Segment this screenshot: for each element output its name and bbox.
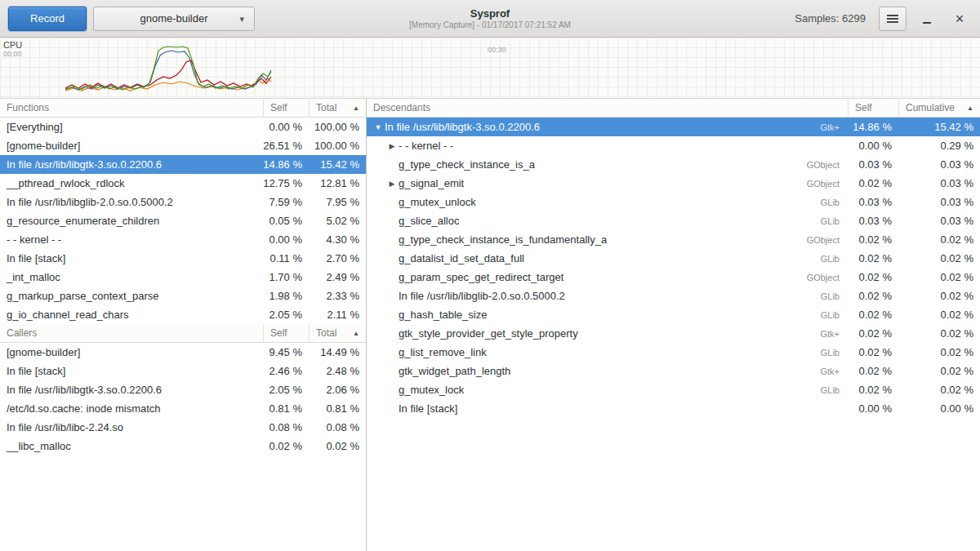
cell-self: 0.02 %: [848, 290, 898, 302]
expander-collapsed-icon[interactable]: ▶: [385, 142, 399, 150]
table-row[interactable]: g_resource_enumerate_children0.05 %5.02 …: [0, 211, 366, 230]
cpu-label: CPU: [3, 40, 22, 50]
expander-expanded-icon[interactable]: ▼: [372, 123, 385, 131]
cell-function-name: In file /usr/lib/libglib-2.0.so.0.5000.2: [0, 196, 263, 208]
column-header-total[interactable]: Total ▲: [309, 324, 366, 342]
table-row[interactable]: g_datalist_id_set_data_fullGLib0.02 %0.0…: [367, 249, 980, 268]
cell-self: 0.11 %: [263, 252, 309, 264]
table-row[interactable]: g_type_check_instance_is_aGObject0.03 %0…: [367, 155, 980, 174]
cell-descendant-name: gtk_style_provider_get_style_propertyGtk…: [367, 327, 848, 340]
cell-self: 0.03 %: [848, 215, 898, 227]
table-row[interactable]: In file [stack]0.00 %0.00 %: [367, 399, 980, 418]
column-header-self[interactable]: Self: [263, 324, 309, 342]
table-row[interactable]: In file [stack]0.11 %2.70 %: [0, 249, 366, 268]
table-row[interactable]: g_markup_parse_context_parse1.98 %2.33 %: [0, 287, 366, 305]
callers-rows: [gnome-builder]9.45 %14.49 %In file [sta…: [0, 343, 366, 455]
table-row[interactable]: g_mutex_unlockGLib0.03 %0.03 %: [367, 193, 980, 211]
cell-total: 2.11 %: [309, 309, 366, 321]
table-row[interactable]: In file [stack]2.46 %2.48 %: [0, 362, 366, 380]
cell-cumulative: 0.02 %: [898, 346, 980, 358]
cell-descendant-name: ▶g_signal_emitGObject: [367, 177, 848, 189]
record-button[interactable]: Record: [8, 7, 87, 31]
column-header-callers[interactable]: Callers: [0, 324, 263, 342]
column-header-descendants[interactable]: Descendants: [367, 99, 848, 117]
process-selector-dropdown[interactable]: gnome-builder ▾: [93, 7, 255, 31]
main-split: Functions Self Total ▲ [Everything]0.00 …: [0, 99, 980, 551]
column-header-total-label: Total: [316, 327, 336, 339]
close-button[interactable]: ×: [947, 7, 972, 31]
category-label: GLib: [809, 310, 840, 320]
cell-self: 0.05 %: [263, 215, 309, 227]
cell-cumulative: 0.03 %: [898, 215, 980, 227]
table-row[interactable]: In file /usr/lib/libgtk-3.so.0.2200.62.0…: [0, 380, 366, 399]
column-header-self[interactable]: Self: [848, 99, 898, 117]
cell-cumulative: 0.03 %: [898, 196, 980, 208]
time-label-mid: 00:30: [488, 46, 506, 54]
table-row[interactable]: - - kernel - -0.00 %4.30 %: [0, 230, 366, 249]
table-row[interactable]: In file /usr/lib/libc-2.24.so0.08 %0.08 …: [0, 418, 366, 437]
category-label: GLib: [809, 198, 840, 207]
column-header-total[interactable]: Total ▲: [309, 99, 366, 117]
table-row[interactable]: ▼In file /usr/lib/libgtk-3.so.0.2200.6Gt…: [367, 118, 980, 136]
cell-function-name: [Everything]: [0, 121, 263, 133]
table-row[interactable]: g_list_remove_linkGLib0.02 %0.02 %: [367, 343, 980, 362]
table-row[interactable]: [gnome-builder]26.51 %100.00 %: [0, 136, 366, 155]
function-name-label: g_type_check_instance_is_fundamentally_a: [399, 233, 607, 246]
menu-button[interactable]: [879, 7, 906, 31]
cell-self: 14.86 %: [263, 158, 309, 171]
table-row[interactable]: g_io_channel_read_chars2.05 %2.11 %: [0, 305, 366, 324]
cell-self: 0.02 %: [848, 327, 898, 340]
table-row[interactable]: gtk_style_provider_get_style_propertyGtk…: [367, 324, 980, 343]
table-row[interactable]: In file /usr/lib/libgtk-3.so.0.2200.614.…: [0, 155, 366, 174]
function-name-label: In file /usr/lib/libglib-2.0.so.0.5000.2: [399, 290, 565, 302]
table-row[interactable]: ▶- - kernel - -0.00 %0.29 %: [367, 136, 980, 155]
table-row[interactable]: gtk_widget_path_lengthGtk+0.02 %0.02 %: [367, 362, 980, 380]
table-row[interactable]: __pthread_rwlock_rdlock12.75 %12.81 %: [0, 174, 366, 193]
category-label: GLib: [809, 254, 840, 264]
cell-total: 2.48 %: [309, 365, 366, 377]
cell-function-name: In file /usr/lib/libgtk-3.so.0.2200.6: [0, 384, 263, 396]
function-name-label: In file [stack]: [399, 402, 457, 415]
cell-self: 0.00 %: [263, 233, 309, 246]
cell-function-name: __pthread_rwlock_rdlock: [0, 177, 263, 189]
cell-self: 2.46 %: [263, 365, 309, 377]
menu-icon: [887, 18, 898, 20]
column-header-cumulative-label: Cumulative: [906, 102, 955, 113]
table-row[interactable]: _int_malloc1.70 %2.49 %: [0, 268, 366, 287]
cell-descendant-name: g_hash_table_sizeGLib: [367, 309, 848, 321]
table-row[interactable]: /etc/ld.so.cache: inode mismatch0.81 %0.…: [0, 399, 366, 418]
expander-collapsed-icon[interactable]: ▶: [385, 180, 399, 188]
cell-descendant-name: In file /usr/lib/libglib-2.0.so.0.5000.2…: [367, 290, 848, 302]
cpu-graph[interactable]: CPU 00:00 00:30: [0, 38, 980, 99]
cell-descendant-name: In file [stack]: [367, 402, 848, 415]
column-header-self[interactable]: Self: [263, 99, 309, 117]
cpu-series-red: [65, 60, 271, 88]
functions-rows: [Everything]0.00 %100.00 %[gnome-builder…: [0, 118, 366, 324]
table-row[interactable]: g_slice_allocGLib0.03 %0.03 %: [367, 211, 980, 230]
minimize-button[interactable]: [915, 7, 939, 31]
table-row[interactable]: ▶g_signal_emitGObject0.02 %0.03 %: [367, 174, 980, 193]
column-header-cumulative[interactable]: Cumulative ▲: [898, 99, 980, 117]
table-row[interactable]: g_type_check_instance_is_fundamentally_a…: [367, 230, 980, 249]
cell-self: 0.02 %: [848, 309, 898, 321]
cell-self: 9.45 %: [263, 346, 309, 358]
table-row[interactable]: __libc_malloc0.02 %0.02 %: [0, 437, 366, 455]
table-row[interactable]: [gnome-builder]9.45 %14.49 %: [0, 343, 366, 362]
cell-descendant-name: g_type_check_instance_is_fundamentally_a…: [367, 233, 848, 246]
table-row[interactable]: g_hash_table_sizeGLib0.02 %0.02 %: [367, 305, 980, 324]
cell-total: 100.00 %: [309, 140, 366, 152]
header-right-cluster: Samples: 6299 ×: [795, 7, 972, 31]
function-name-label: gtk_widget_path_length: [399, 365, 510, 377]
cell-function-name: g_io_channel_read_chars: [0, 309, 263, 321]
table-row[interactable]: [Everything]0.00 %100.00 %: [0, 118, 366, 136]
category-label: GLib: [809, 291, 840, 301]
cell-self: 0.81 %: [263, 402, 309, 415]
table-row[interactable]: g_param_spec_get_redirect_targetGObject0…: [367, 268, 980, 287]
cell-self: 26.51 %: [263, 140, 309, 152]
function-name-label: g_slice_alloc: [399, 215, 459, 227]
close-icon: ×: [956, 11, 964, 26]
column-header-functions[interactable]: Functions: [0, 99, 263, 117]
table-row[interactable]: In file /usr/lib/libglib-2.0.so.0.5000.2…: [0, 193, 366, 211]
table-row[interactable]: In file /usr/lib/libglib-2.0.so.0.5000.2…: [367, 287, 980, 305]
table-row[interactable]: g_mutex_lockGLib0.02 %0.02 %: [367, 380, 980, 399]
